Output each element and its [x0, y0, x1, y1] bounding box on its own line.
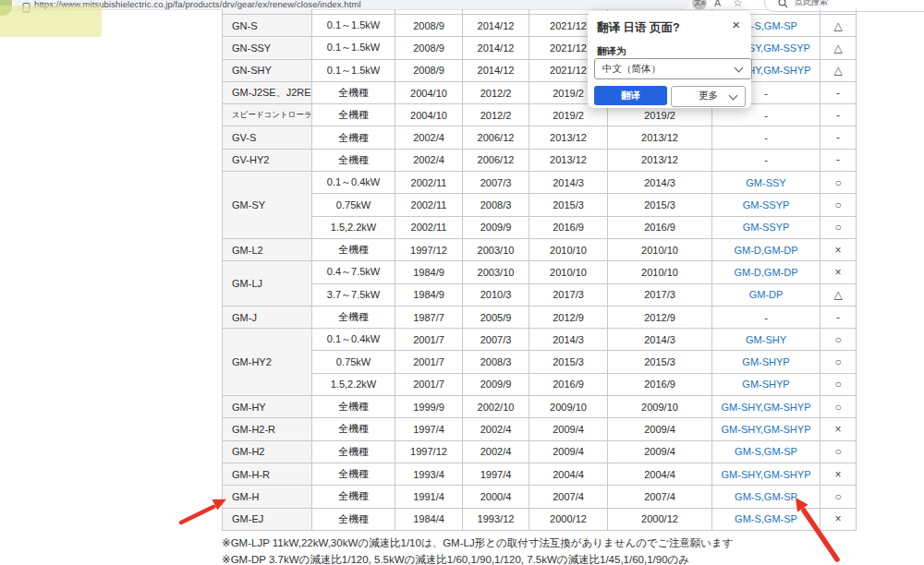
read-aloud-icon[interactable]: A”	[714, 0, 723, 8]
replacement-model-link[interactable]: GM-D,GM-DP	[734, 267, 797, 278]
compatibility-symbol-cell: ○	[821, 396, 857, 418]
chevron-down-icon	[729, 91, 738, 101]
table-row: 0.75kW2002/112008/32015/32015/3GM-SSYP○	[223, 194, 857, 216]
replacement-cell: GM-SHY,GM-SHYP	[712, 463, 821, 485]
compatibility-symbol-cell: ○	[821, 329, 857, 351]
order-end-cell: 2009/9	[463, 216, 529, 238]
order-end-cell: 1997/4	[463, 463, 529, 485]
chevron-down-icon	[735, 64, 744, 73]
capacity-cell: 全機種	[312, 396, 395, 418]
table-row: スピードコントローラ全機種2004/102012/22019/22019/2--	[223, 104, 857, 126]
capacity-cell: 0.1～0.4kW	[312, 172, 395, 194]
replacement-model-link[interactable]: GM-SHY,GM-SHYP	[722, 469, 811, 480]
production-end-cell: 1984/9	[395, 261, 463, 283]
replacement-cell: GM-S,GM-SP	[712, 440, 821, 463]
replacement-model-link[interactable]: GM-SSYP	[743, 199, 790, 210]
product-name-cell: GM-J2SE、J2RE	[223, 81, 312, 103]
table-row: GV-S全機種2002/42006/122013/122013/12--	[223, 126, 857, 149]
production-end-cell: 2001/7	[395, 329, 463, 351]
close-icon[interactable]: ×	[728, 15, 744, 34]
table-row: GM-LJ0.4～7.5kW1984/92003/102010/102010/1…	[223, 261, 857, 283]
product-name-cell: GM-SY	[223, 172, 312, 239]
table-row: GN-SHY0.1～1.5kW2008/92014/122021/122021/…	[223, 59, 857, 81]
replacement-cell: GM-D,GM-DP	[712, 261, 821, 283]
more-button-label: 更多	[699, 90, 718, 101]
table-row: GM-H2-R全機種1997/42002/42009/42009/4GM-SHY…	[223, 418, 857, 440]
table-row: GM-HY全機種1999/92002/102009/102009/10GM-SH…	[223, 396, 857, 418]
repair-end-cell: 2014/3	[529, 172, 608, 194]
replacement-model-link[interactable]: GM-DP	[749, 289, 784, 300]
replacement-model-link[interactable]: GM-S,GM-SP	[735, 491, 797, 502]
production-end-cell: 1984/9	[395, 283, 463, 306]
order-end-cell: 2012/2	[463, 81, 529, 103]
replacement-model-link[interactable]: GM-SHY,GM-SHYP	[722, 424, 811, 435]
product-name-cell: GN-SHY	[223, 59, 312, 81]
capacity-cell: 全機種	[312, 81, 395, 103]
order-end-cell: 2002/4	[463, 418, 529, 440]
replacement-model-link[interactable]: GM-SSYP	[743, 222, 790, 233]
replacement-model-link[interactable]: GM-D,GM-DP	[734, 245, 797, 256]
production-end-cell: 2008/9	[395, 59, 463, 81]
production-end-cell: 2002/4	[395, 149, 463, 171]
compatibility-symbol-cell: ○	[821, 440, 857, 463]
repair-end-cell: 2009/10	[529, 396, 608, 418]
favorites-star-icon[interactable]: ☆	[733, 0, 743, 9]
support-end-cell: 2013/12	[608, 149, 712, 171]
compatibility-symbol-cell: -	[821, 306, 857, 328]
language-select[interactable]: 中文（简体）	[594, 58, 752, 79]
order-end-cell: 2003/10	[463, 238, 529, 260]
repair-end-cell: 2000/12	[529, 508, 608, 530]
replacement-model-link[interactable]: GM-SHYP	[742, 379, 789, 390]
compatibility-symbol-cell: △	[821, 37, 857, 59]
product-name-cell: GV-HY2	[223, 149, 312, 171]
product-name-cell: GM-H2	[223, 440, 312, 463]
order-end-cell: 2006/12	[463, 126, 529, 149]
product-table: GN-S0.1～1.5kW2008/92014/122021/122021/12…	[222, 9, 857, 531]
support-end-cell: 2009/10	[608, 396, 712, 418]
repair-end-cell: 2004/4	[529, 463, 608, 485]
replacement-model-link[interactable]: GM-S,GM-SP	[735, 446, 797, 457]
more-button[interactable]: 更多	[671, 86, 746, 107]
compatibility-symbol-cell: ×	[821, 238, 857, 260]
compatibility-symbol-cell: -	[821, 149, 857, 171]
support-end-cell: 2017/3	[608, 283, 712, 306]
production-end-cell: 2002/4	[395, 126, 463, 149]
capacity-cell: 全機種	[312, 440, 395, 463]
product-name-cell: GM-L2	[223, 238, 312, 260]
product-name-cell: GV-S	[223, 126, 312, 149]
product-name-cell: スピードコントローラ	[223, 104, 312, 126]
replacement-cell: GM-D,GM-DP	[712, 238, 821, 260]
order-end-cell: 2005/9	[463, 306, 529, 328]
repair-end-cell: 2010/10	[529, 238, 608, 260]
capacity-cell: 0.1～0.4kW	[312, 329, 395, 351]
order-end-cell: 2009/9	[463, 373, 529, 395]
replacement-model-link[interactable]: GM-SHY,GM-SHYP	[722, 402, 811, 413]
compatibility-symbol-cell: ×	[821, 463, 857, 485]
replacement-model-link[interactable]: GM-SHY	[746, 334, 786, 345]
replacement-cell: -	[712, 306, 821, 328]
repair-end-cell: 2013/12	[529, 126, 608, 149]
replacement-cell: -	[712, 126, 821, 149]
table-row: GV-HY2全機種2002/42006/122013/122013/12--	[223, 149, 857, 171]
replacement-cell: GM-SHY	[712, 329, 821, 351]
table-row: GN-S0.1～1.5kW2008/92014/122021/122021/12…	[223, 15, 857, 37]
translate-button[interactable]: 翻译	[594, 86, 667, 105]
compatibility-symbol-cell: ○	[821, 486, 857, 508]
replacement-model-link[interactable]: GM-SHYP	[742, 356, 789, 367]
table-row: GM-EJ全機種1984/41993/122000/122000/12GM-S,…	[223, 508, 857, 530]
production-end-cell: 1993/4	[395, 463, 463, 485]
order-end-cell: 2000/4	[463, 486, 529, 508]
production-end-cell: 1991/4	[395, 486, 463, 508]
order-end-cell: 2006/12	[463, 149, 529, 171]
capacity-cell: 3.7～7.5kW	[312, 283, 395, 306]
order-end-cell: 2008/3	[463, 194, 529, 216]
support-end-cell: 2007/4	[608, 486, 712, 508]
table-row: 0.75kW2001/72008/32015/32015/3GM-SHYP○	[223, 351, 857, 373]
repair-end-cell: 2016/9	[529, 216, 608, 238]
capacity-cell: 全機種	[312, 126, 395, 149]
production-end-cell: 2001/7	[395, 373, 463, 395]
replacement-model-link[interactable]: GM-SSY	[746, 177, 785, 188]
replacement-model-link[interactable]: GM-S,GM-SP	[735, 513, 797, 524]
product-name-cell: GM-LJ	[223, 261, 312, 307]
product-name-cell: GM-EJ	[223, 508, 312, 530]
